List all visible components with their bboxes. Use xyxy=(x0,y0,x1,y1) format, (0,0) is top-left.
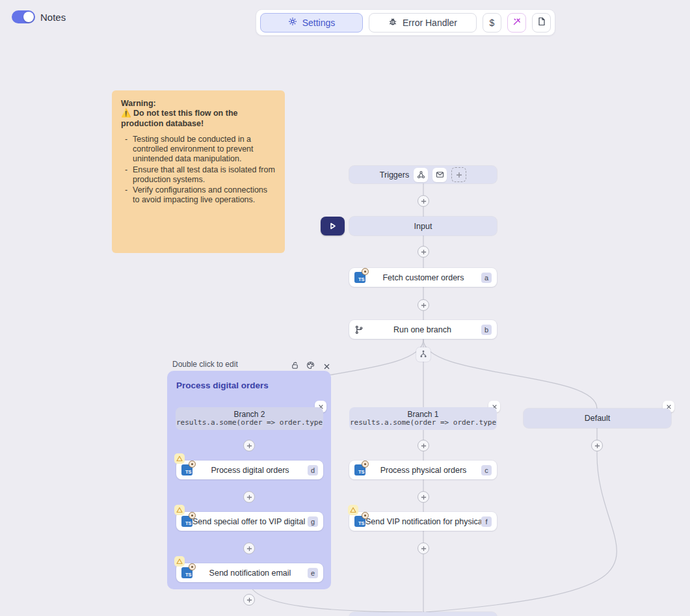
error-handler-button-label: Error Handler xyxy=(403,18,457,28)
node-label: Fetch customer orders xyxy=(365,273,481,282)
add-node-button[interactable] xyxy=(418,440,429,451)
typescript-icon: TS xyxy=(181,516,192,527)
play-icon xyxy=(328,222,337,230)
warning-badge[interactable] xyxy=(174,453,185,464)
triggers-node[interactable]: Triggers xyxy=(349,166,497,183)
add-node-button[interactable] xyxy=(243,594,255,606)
notes-toggle[interactable] xyxy=(12,10,35,23)
branch2-node[interactable]: Branch 2 results.a.some(order => order.t… xyxy=(176,407,323,430)
branch-split-marker[interactable] xyxy=(416,347,431,362)
add-node-button[interactable] xyxy=(418,246,429,258)
flow-canvas[interactable]: Notes Settings Error Handler $ xyxy=(0,0,690,616)
file-icon xyxy=(537,17,546,28)
input-node-label: Input xyxy=(414,222,432,231)
triggers-label: Triggers xyxy=(380,170,409,180)
node-type-badge xyxy=(362,268,369,275)
add-node-button[interactable] xyxy=(418,491,429,503)
group-process-digital-orders[interactable] xyxy=(167,371,331,589)
add-node-button[interactable] xyxy=(418,299,429,311)
merge-node[interactable] xyxy=(349,612,497,616)
plus-icon xyxy=(246,597,252,603)
note-bullet: Verify configurations and connections to… xyxy=(125,185,276,206)
node-key-badge: a xyxy=(481,273,492,283)
connector-edges xyxy=(0,0,690,616)
add-trigger-button[interactable] xyxy=(451,167,466,182)
typescript-icon: TS xyxy=(181,567,192,578)
plus-icon xyxy=(246,443,252,449)
canvas-toolbar: Settings Error Handler $ xyxy=(256,9,555,36)
plus-icon xyxy=(421,249,427,255)
run-flow-button[interactable] xyxy=(321,217,345,235)
settings-button[interactable]: Settings xyxy=(260,13,363,33)
add-node-button[interactable] xyxy=(418,542,429,554)
node-process-physical-orders[interactable]: TS Process physical orders c xyxy=(349,461,497,479)
gear-icon xyxy=(288,17,297,28)
node-send-vip-notification[interactable]: TS Send VIP notification for physical...… xyxy=(349,512,497,531)
add-node-button[interactable] xyxy=(243,491,255,503)
note-alert-line: ⚠️ Do not test this flow on the producti… xyxy=(121,109,276,129)
ai-wand-button[interactable] xyxy=(507,13,526,33)
node-label: Send VIP notification for physical... xyxy=(365,517,481,526)
default-branch-label: Default xyxy=(585,414,611,423)
default-branch-node[interactable]: Default xyxy=(524,408,671,428)
typescript-icon: TS xyxy=(181,464,192,475)
webhook-trigger-button[interactable] xyxy=(414,168,428,182)
node-type-badge xyxy=(189,461,196,468)
error-handler-button[interactable]: Error Handler xyxy=(369,13,477,33)
group-edit-hint: Double click to edit xyxy=(172,360,238,369)
node-key-badge: e xyxy=(308,568,318,578)
typescript-icon: TS xyxy=(354,464,365,475)
add-node-button[interactable] xyxy=(243,542,255,554)
input-node[interactable]: Input xyxy=(349,217,497,235)
plus-icon xyxy=(456,172,462,178)
plus-icon xyxy=(246,494,252,500)
warning-badge[interactable] xyxy=(348,505,358,515)
unlock-icon[interactable] xyxy=(291,360,299,372)
toggle-knob xyxy=(23,12,34,22)
email-trigger-button[interactable] xyxy=(432,168,447,182)
typescript-icon: TS xyxy=(354,272,365,283)
node-run-one-branch[interactable]: Run one branch b xyxy=(349,320,497,339)
warning-badge[interactable] xyxy=(174,556,185,567)
warning-badge[interactable] xyxy=(174,505,185,515)
node-label: Process physical orders xyxy=(365,466,481,475)
node-type-badge xyxy=(362,461,369,468)
warning-triangle-icon xyxy=(176,455,183,462)
add-node-button[interactable] xyxy=(591,440,603,451)
node-fetch-customer-orders[interactable]: TS Fetch customer orders a xyxy=(349,268,497,287)
palette-icon[interactable] xyxy=(306,360,315,372)
warning-sticky-note[interactable]: Warning: ⚠️ Do not test this flow on the… xyxy=(112,90,285,253)
note-bullet: Ensure that all test data is isolated fr… xyxy=(125,165,276,185)
document-button[interactable] xyxy=(532,13,551,33)
plus-icon xyxy=(421,198,427,204)
node-type-badge xyxy=(189,563,196,570)
node-type-badge xyxy=(189,512,196,519)
plus-icon xyxy=(421,302,427,308)
magic-wand-icon xyxy=(512,17,522,28)
warning-triangle-icon xyxy=(350,507,356,513)
node-process-digital-orders[interactable]: TS Process digital orders d xyxy=(176,461,323,479)
plus-icon xyxy=(594,443,600,449)
add-node-button[interactable] xyxy=(418,195,429,207)
node-type-badge xyxy=(362,512,369,519)
plus-icon xyxy=(421,443,427,449)
close-group-icon[interactable] xyxy=(323,361,330,373)
node-key-badge: d xyxy=(308,465,318,475)
plus-icon xyxy=(421,546,427,552)
warning-triangle-icon xyxy=(176,558,183,565)
group-title: Process digital orders xyxy=(176,381,269,390)
currency-button[interactable]: $ xyxy=(483,13,501,33)
node-send-notification-email[interactable]: TS Send notification email e xyxy=(176,563,323,582)
node-label: Send special offer to VIP digital c... xyxy=(192,517,308,526)
note-bullet: Testing should be conducted in a control… xyxy=(125,135,276,165)
plus-icon xyxy=(246,546,252,552)
node-key-badge: g xyxy=(308,516,318,527)
branch1-title: Branch 1 xyxy=(407,410,438,419)
branch-icon xyxy=(354,325,364,334)
settings-button-label: Settings xyxy=(302,18,336,28)
add-node-button[interactable] xyxy=(243,440,255,451)
notes-toggle-label: Notes xyxy=(40,12,66,23)
branch1-node[interactable]: Branch 1 results.a.some(order => order.t… xyxy=(349,407,497,430)
node-send-special-offer[interactable]: TS Send special offer to VIP digital c..… xyxy=(176,512,323,531)
warning-triangle-icon xyxy=(176,507,183,513)
